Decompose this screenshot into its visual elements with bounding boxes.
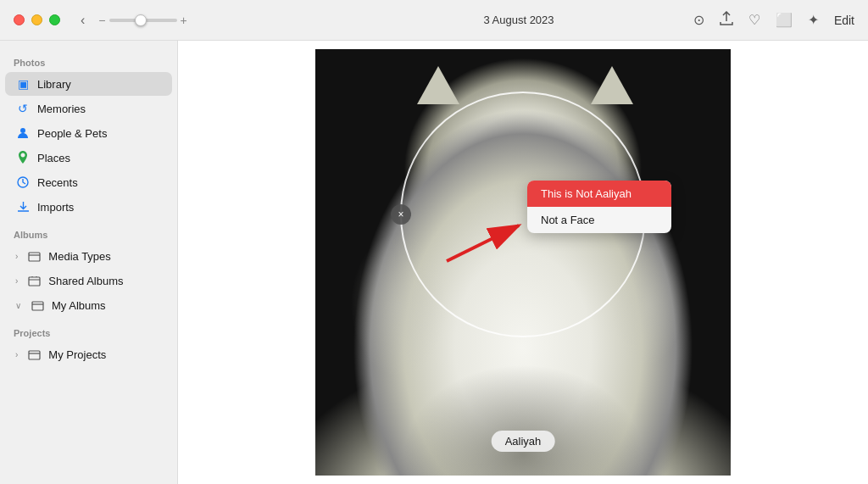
back-arrow[interactable]: ‹: [77, 9, 88, 31]
library-icon: ▣: [15, 76, 31, 92]
library-label: Library: [37, 78, 71, 91]
memories-label: Memories: [37, 103, 86, 115]
favorite-icon[interactable]: ♡: [748, 12, 760, 28]
minimize-button[interactable]: [31, 14, 42, 25]
red-arrow-indicator: [438, 219, 540, 270]
svg-line-7: [447, 225, 519, 261]
people-pets-icon: [15, 125, 31, 141]
fit-screen-icon[interactable]: ⬜: [776, 12, 793, 28]
my-projects-chevron: ›: [15, 350, 18, 359]
imports-icon: [15, 199, 31, 214]
edit-button[interactable]: Edit: [834, 14, 854, 27]
sidebar-item-people-pets[interactable]: People & Pets: [5, 121, 172, 145]
sidebar-item-shared-albums[interactable]: › Shared Albums: [5, 269, 172, 292]
sidebar-item-my-albums[interactable]: ∨ My Albums: [5, 293, 172, 317]
sidebar-item-imports[interactable]: Imports: [5, 195, 172, 219]
zoom-slider[interactable]: [109, 19, 177, 22]
cat-photo[interactable]: × This is Not Aaliyah Not a Face Aaliyah: [315, 49, 731, 476]
title-bar: ‹ − + 3 August 2023 ⊙ ♡ ⬜ ✦ Edit: [0, 0, 868, 41]
sidebar-item-media-types[interactable]: › Media Types: [5, 244, 172, 268]
zoom-control: − +: [98, 14, 186, 27]
my-albums-chevron: ∨: [15, 301, 21, 310]
sidebar: Photos ▣ Library ↺ Memories People & Pet…: [0, 41, 178, 484]
main-content: × This is Not Aaliyah Not a Face Aaliyah: [178, 41, 868, 484]
my-albums-label: My Albums: [52, 299, 106, 312]
circle-dismiss-button[interactable]: ×: [391, 204, 411, 225]
photo-container: × This is Not Aaliyah Not a Face Aaliyah: [178, 41, 868, 484]
my-projects-label: My Projects: [48, 348, 106, 361]
zoom-plus[interactable]: +: [181, 14, 187, 27]
nav-controls: ‹ − +: [77, 9, 187, 31]
sidebar-item-library[interactable]: ▣ Library: [5, 72, 172, 96]
memories-icon: ↺: [15, 101, 31, 116]
places-icon: [15, 150, 31, 165]
sidebar-item-my-projects[interactable]: › My Projects: [5, 342, 172, 366]
maximize-button[interactable]: [49, 14, 60, 25]
recents-icon: [15, 175, 31, 190]
media-types-label: Media Types: [48, 250, 110, 263]
media-types-chevron: ›: [15, 252, 18, 261]
sidebar-item-memories[interactable]: ↺ Memories: [5, 97, 172, 120]
svg-rect-2: [29, 253, 40, 261]
photo-date: 3 August 2023: [483, 14, 554, 26]
svg-rect-5: [29, 351, 40, 359]
svg-point-0: [20, 128, 25, 133]
people-pets-label: People & Pets: [37, 127, 107, 140]
face-identification-popup: This is Not Aaliyah Not a Face: [527, 181, 671, 233]
projects-section-label: Projects: [0, 318, 177, 342]
traffic-lights: [0, 14, 60, 25]
not-aaliyah-option[interactable]: This is Not Aaliyah: [527, 181, 671, 207]
svg-rect-4: [32, 302, 43, 310]
recents-label: Recents: [37, 176, 78, 189]
cat-ear-right: [591, 66, 633, 104]
close-button[interactable]: [14, 14, 25, 25]
not-a-face-option[interactable]: Not a Face: [527, 207, 671, 233]
sidebar-item-recents[interactable]: Recents: [5, 170, 172, 194]
zoom-thumb: [135, 14, 147, 26]
shared-albums-chevron: ›: [15, 276, 18, 286]
cat-ear-left: [417, 66, 459, 104]
photos-section-label: Photos: [0, 47, 177, 71]
shared-albums-label: Shared Albums: [48, 275, 123, 287]
imports-label: Imports: [37, 201, 74, 214]
toolbar-actions: ⊙ ♡ ⬜ ✦ Edit: [693, 11, 854, 30]
zoom-minus[interactable]: −: [98, 14, 105, 27]
albums-section-label: Albums: [0, 220, 177, 243]
share-icon[interactable]: [720, 11, 733, 30]
svg-rect-3: [29, 277, 40, 286]
media-types-icon: [26, 248, 42, 264]
my-projects-icon: [26, 347, 42, 362]
shared-albums-icon: [26, 273, 42, 288]
places-label: Places: [37, 152, 70, 164]
face-recognition-icon[interactable]: ⊙: [693, 12, 704, 28]
sidebar-item-places[interactable]: Places: [5, 146, 172, 170]
enhance-icon[interactable]: ✦: [808, 12, 819, 28]
my-albums-icon: [30, 298, 45, 313]
face-name-label: Aaliyah: [492, 431, 555, 452]
